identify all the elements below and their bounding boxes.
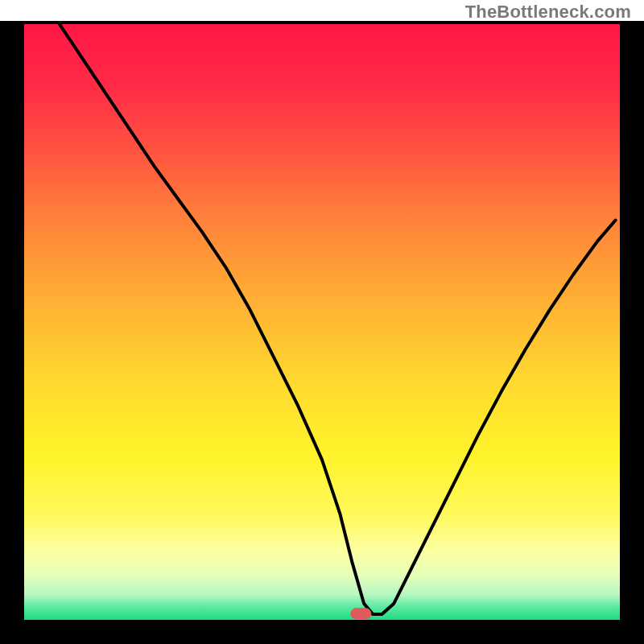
plot-frame-left xyxy=(0,23,23,621)
watermark-text: TheBottleneck.com xyxy=(465,2,631,23)
plot-frame-bottom xyxy=(0,621,644,644)
plot-frame-right xyxy=(621,23,644,621)
plot-background xyxy=(23,23,621,621)
minimum-marker xyxy=(350,608,371,619)
chart-container: TheBottleneck.com xyxy=(0,0,644,644)
bottleneck-chart xyxy=(0,0,644,644)
